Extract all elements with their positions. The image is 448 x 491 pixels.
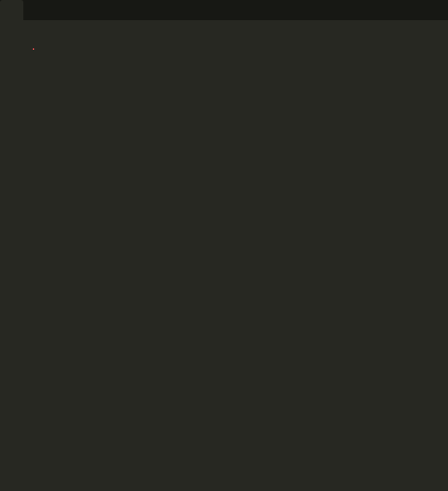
line-number-gutter <box>0 20 28 491</box>
editor-area <box>0 20 448 491</box>
highlight-annotation <box>33 48 34 50</box>
tab-active[interactable] <box>0 0 23 20</box>
code-content[interactable] <box>28 20 448 491</box>
tab-bar <box>0 0 448 20</box>
